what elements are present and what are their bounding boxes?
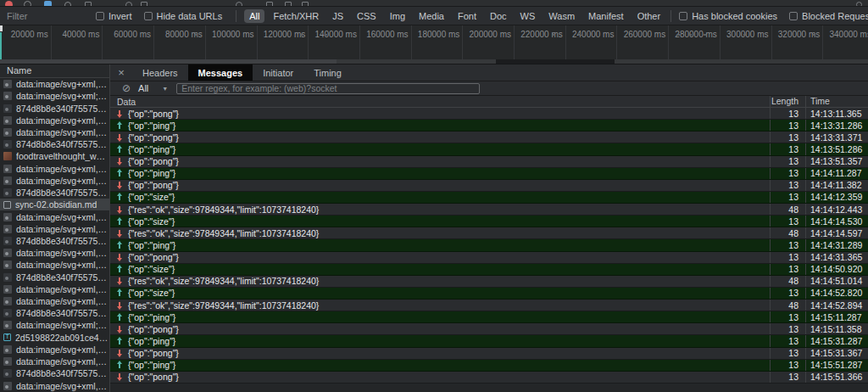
image-data-icon — [3, 165, 12, 173]
filter-type-wasm[interactable]: Wasm — [543, 9, 580, 23]
chevron-down-icon[interactable]: ▼ — [162, 86, 168, 92]
message-row[interactable]: {"op":"pong"}1314:15:11.358 — [110, 323, 868, 335]
message-row[interactable]: {"res":"ok","size":97849344,"limit":1073… — [110, 227, 868, 239]
sidebar-request-row[interactable]: 874d8b8e340f75575caa.svg — [0, 187, 109, 199]
sidebar-request-row[interactable]: 874d8b8e340f75575caa.svg — [0, 307, 109, 319]
tab-initiator[interactable]: Initiator — [253, 64, 303, 81]
message-row[interactable]: {"op":"pong"}1314:13:31.371 — [110, 132, 868, 143]
filter-type-fetch-xhr[interactable]: Fetch/XHR — [268, 9, 324, 23]
filter-type-doc[interactable]: Doc — [485, 9, 512, 23]
filter-icon[interactable] — [44, 1, 52, 7]
tab-headers[interactable]: Headers — [132, 64, 188, 81]
message-row[interactable]: {"op":"size"}1314:14:50.920 — [110, 264, 868, 276]
message-row[interactable]: {"op":"pong"}1314:14:11.382 — [110, 180, 868, 192]
sidebar-request-row[interactable]: data:image/svg+xml,… — [0, 223, 109, 235]
tab-timing[interactable]: Timing — [303, 64, 352, 81]
sidebar-request-row[interactable]: data:image/svg+xml;… — [0, 319, 109, 331]
timeline-segment: 60000 ms — [103, 25, 154, 64]
time-column-header[interactable]: Time — [805, 96, 868, 107]
message-row[interactable]: {"op":"ping"}1314:15:51.287 — [110, 360, 868, 372]
sidebar-request-row[interactable]: 874d8b8e340f75575caa.svg — [0, 235, 109, 247]
message-row[interactable]: {"op":"pong"}1314:13:51.357 — [110, 156, 868, 168]
message-row[interactable]: {"res":"ok","size":97849344,"limit":1073… — [110, 300, 868, 311]
sidebar-request-row[interactable]: foodtravelthought_walnut-11… — [0, 150, 109, 162]
message-length: 13 — [770, 192, 805, 203]
message-row[interactable]: {"op":"size"}1314:14:12.359 — [110, 192, 868, 204]
clear-icon[interactable] — [24, 1, 31, 7]
checkbox-box-icon — [96, 12, 104, 20]
message-type-dropdown[interactable]: All — [138, 83, 148, 93]
checkbox-has-blocked-cookies[interactable]: Has blocked cookies — [679, 11, 777, 21]
sidebar-request-row[interactable]: data:image/svg+xml,… — [0, 247, 109, 259]
filter-type-ws[interactable]: WS — [515, 9, 541, 23]
arrow-up-icon — [116, 121, 123, 130]
filter-type-js[interactable]: JS — [327, 9, 348, 23]
sidebar-request-row[interactable]: 874d8b8e340f75575caa.svg — [0, 272, 109, 283]
close-icon[interactable]: × — [110, 64, 132, 81]
request-type-filters: AllFetch/XHRJSCSSImgMediaFontDocWSWasmMa… — [244, 9, 669, 23]
message-row[interactable]: {"op":"ping"}1314:14:31.289 — [110, 239, 868, 251]
filter-type-img[interactable]: Img — [385, 9, 410, 23]
filter-type-media[interactable]: Media — [414, 9, 449, 23]
checkbox-invert[interactable]: Invert — [96, 11, 132, 21]
message-row[interactable]: {"op":"ping"}1314:13:51.286 — [110, 143, 868, 155]
message-row[interactable]: {"op":"size"}1314:14:14.530 — [110, 216, 868, 227]
clear-messages-icon[interactable]: ⊘ — [122, 83, 131, 93]
filter-type-other[interactable]: Other — [632, 9, 666, 23]
message-row[interactable]: {"op":"pong"}1314:13:11.365 — [110, 108, 868, 120]
sidebar-request-row[interactable]: 874d8b8e340f75575caa.svg — [0, 102, 109, 114]
sidebar-request-row[interactable]: data:image/svg+xml;… — [0, 90, 109, 102]
checkbox-blocked-requests[interactable]: Blocked Requests — [789, 11, 868, 21]
sidebar-request-row[interactable]: data:image/svg+xml,… — [0, 356, 109, 367]
sidebar-request-row[interactable]: data:image/svg+xml,… — [0, 126, 109, 138]
message-row[interactable]: {"op":"pong"}1314:14:31.365 — [110, 252, 868, 264]
record-icon[interactable] — [5, 1, 13, 7]
message-data-cell: {"op":"size"} — [110, 216, 770, 227]
message-row[interactable]: {"op":"pong"}1314:15:51.366 — [110, 372, 868, 384]
timeline-overview[interactable]: 20000 ms40000 ms60000 ms80000 ms100000 m… — [0, 25, 868, 64]
message-row[interactable]: {"op":"pong"}1314:15:31.367 — [110, 348, 868, 360]
checkbox-hide-data-urls[interactable]: Hide data URLs — [144, 11, 223, 21]
filter-type-manifest[interactable]: Manifest — [583, 9, 629, 23]
message-row[interactable]: {"res":"ok","size":97849344,"limit":1073… — [110, 204, 868, 216]
message-data-cell: {"op":"pong"} — [110, 372, 770, 383]
image-data-icon — [3, 285, 12, 294]
filter-type-css[interactable]: CSS — [352, 9, 381, 23]
message-row[interactable]: {"op":"ping"}1314:13:31.286 — [110, 120, 868, 132]
sidebar-request-row[interactable]: data:image/svg+xml,… — [0, 283, 109, 295]
length-column-header[interactable]: Length — [770, 96, 805, 107]
sidebar-request-row[interactable]: data:image/svg+xml,… — [0, 115, 109, 126]
request-name: data:image/svg+xml,… — [16, 115, 107, 126]
sidebar-request-row[interactable]: data:image/svg+xml,… — [0, 210, 109, 222]
message-row[interactable]: {"op":"ping"}1314:15:11.287 — [110, 311, 868, 323]
message-row[interactable]: {"res":"ok","size":97849344,"limit":1073… — [110, 276, 868, 288]
filter-type-all[interactable]: All — [244, 9, 264, 23]
sidebar-request-row[interactable]: data:image/svg+xml,… — [0, 78, 109, 90]
sidebar-request-row[interactable]: data:image/svg+xml,… — [0, 175, 109, 187]
data-column-header[interactable]: Data — [110, 97, 770, 107]
message-time: 14:15:11.358 — [805, 323, 868, 334]
sidebar-request-row[interactable]: 2d5198822ab091ce4305.woff2 — [0, 332, 109, 344]
message-time: 14:13:31.371 — [805, 132, 868, 143]
timeline-segment: 240000 ms — [566, 25, 618, 64]
sidebar-request-row[interactable]: data:image/svg+xml,… — [0, 163, 109, 175]
message-length: 48 — [770, 227, 805, 238]
sidebar-request-row[interactable]: sync-02.obsidian.md — [0, 199, 109, 210]
overview-scrollbar[interactable] — [0, 59, 868, 64]
sidebar-request-row[interactable]: data:image/svg+xml,… — [0, 344, 109, 356]
tab-messages[interactable]: Messages — [188, 64, 253, 81]
sidebar-request-row[interactable]: data:image/svg+xml,… — [0, 379, 109, 391]
sidebar-request-row[interactable]: 874d8b8e340f75575caa.svg — [0, 138, 109, 150]
filter-input[interactable] — [7, 11, 96, 21]
name-column-header[interactable]: Name — [0, 64, 109, 78]
message-row[interactable]: {"op":"ping"}1314:14:11.287 — [110, 168, 868, 180]
filter-type-font[interactable]: Font — [453, 9, 481, 23]
overview-scrollbar-thumb[interactable] — [0, 59, 337, 64]
message-regex-input[interactable] — [176, 83, 480, 94]
sidebar-request-row[interactable]: data:image/svg+xml,… — [0, 259, 109, 271]
message-row[interactable]: {"op":"size"}1314:14:52.820 — [110, 288, 868, 300]
sidebar-request-row[interactable]: data:image/svg+xml,… — [0, 295, 109, 307]
message-row[interactable]: {"op":"ping"}1314:15:31.287 — [110, 335, 868, 347]
sidebar-request-row[interactable]: 874d8b8e340f75575caa.svg — [0, 367, 109, 379]
request-name: 874d8b8e340f75575caa.svg — [16, 104, 109, 114]
